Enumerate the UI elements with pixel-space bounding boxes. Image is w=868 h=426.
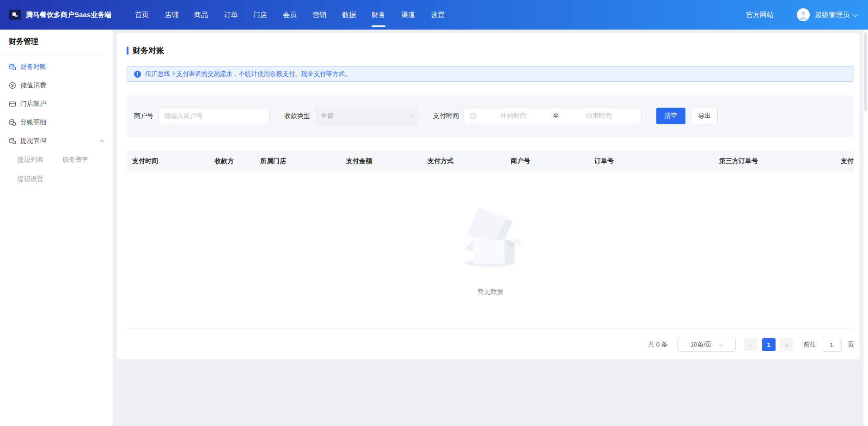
sidebar-item-store-account[interactable]: 门店账户	[0, 95, 113, 113]
goto-page-input[interactable]	[822, 338, 842, 352]
sidebar-subitem-withdraw-list[interactable]: 提现列表	[18, 150, 62, 170]
page-size-select[interactable]: 10条/页	[677, 338, 736, 352]
payment-type-value: 全部	[321, 112, 334, 120]
nav-item-shop[interactable]: 店铺	[165, 9, 178, 21]
yuan-circle-icon	[9, 82, 16, 89]
prev-page-button[interactable]: ‹	[744, 338, 758, 351]
export-button[interactable]: 导出	[691, 108, 718, 124]
sidebar-item-label: 财务对账	[20, 63, 46, 71]
page-number-1[interactable]: 1	[762, 338, 776, 351]
next-page-button[interactable]: ›	[780, 338, 794, 351]
range-separator: 至	[550, 112, 562, 120]
main-content: 财务对账 ! 仅汇总线上支付渠道的交易流水，不统计使用余额支付、现金支付等方式。…	[113, 30, 868, 426]
official-site-link[interactable]: 官方网站	[746, 11, 774, 19]
sidebar-subrow: 提现列表 服务费率	[0, 150, 113, 170]
column-header-pay-time: 支付时间	[132, 157, 214, 165]
nav-item-home[interactable]: 首页	[135, 9, 149, 21]
start-time-placeholder[interactable]: 开始时间	[477, 112, 550, 120]
alert-text: 仅汇总线上支付渠道的交易流水，不统计使用余额支付、现金支付等方式。	[145, 70, 351, 78]
empty-text: 暂无数据	[477, 288, 503, 296]
goto-label: 前往	[804, 341, 816, 349]
nav-item-orders[interactable]: 订单	[224, 9, 238, 21]
sidebar-item-withdraw-management[interactable]: 提现管理	[0, 132, 113, 150]
column-header-pay-method: 支付方式	[428, 157, 511, 165]
total-count: 共 0 条	[648, 341, 667, 349]
page-unit-label: 页	[848, 341, 855, 349]
title-accent-bar	[127, 47, 128, 55]
column-header-thirdparty-order-id: 第三方订单号	[719, 157, 841, 165]
page-title-text: 财务对账	[133, 45, 164, 56]
nav-item-channels[interactable]: 渠道	[401, 9, 415, 21]
info-alert: ! 仅汇总线上支付渠道的交易流水，不统计使用余额支付、现金支付等方式。	[127, 66, 854, 82]
column-header-order-id: 订单号	[594, 157, 719, 165]
nav-item-settings[interactable]: 设置	[431, 9, 445, 21]
brand: 腾马餐饮多商户Saas业务端	[9, 10, 125, 20]
sidebar-subrow: 提现设置	[0, 170, 113, 189]
sidebar: 财务管理 财务对账 储值消费 门店账户	[0, 30, 113, 426]
column-header-store: 所属门店	[260, 157, 346, 165]
column-header-pay-status-truncated: 支付	[841, 157, 854, 165]
clock-icon	[470, 113, 477, 120]
content-card: 财务对账 ! 仅汇总线上支付渠道的交易流水，不统计使用余额支付、现金支付等方式。…	[117, 33, 860, 359]
user-name[interactable]: 超级管理员	[815, 11, 850, 19]
chevron-down-icon	[409, 113, 414, 118]
nav-item-finance[interactable]: 财务	[372, 9, 385, 21]
clear-button[interactable]: 清空	[656, 108, 685, 124]
table-header: 支付时间 收款方 所属门店 支付金额 支付方式 商户号 订单号 第三方订单号 支…	[127, 151, 854, 171]
sidebar-item-label: 储值消费	[20, 81, 46, 90]
page-size-value: 10条/页	[691, 341, 712, 349]
filter-bar: 商户号 收款类型 全部 支付时间 开始时间 至 结束时间	[127, 95, 854, 137]
nav-item-data[interactable]: 数据	[342, 9, 356, 21]
sidebar-divider	[0, 55, 104, 55]
merchant-id-input[interactable]	[158, 108, 269, 124]
brand-title: 腾马餐饮多商户Saas业务端	[26, 10, 114, 19]
sidebar-title: 财务管理	[9, 37, 113, 47]
sidebar-item-label: 分账明细	[20, 118, 46, 127]
payment-time-range-picker[interactable]: 开始时间 至 结束时间	[464, 108, 642, 124]
person-icon	[797, 8, 810, 21]
vertical-scrollbar[interactable]	[863, 30, 868, 426]
sidebar-item-finance-reconciliation[interactable]: 财务对账	[0, 58, 113, 76]
payment-time-label: 支付时间	[433, 112, 459, 120]
coins-icon	[9, 119, 16, 126]
info-icon: !	[134, 71, 141, 78]
nav-item-goods[interactable]: 商品	[194, 9, 208, 21]
pagination: 共 0 条 10条/页 ‹ 1 › 前往 页	[127, 338, 854, 352]
coins-icon	[9, 137, 16, 145]
sidebar-item-stored-value[interactable]: 储值消费	[0, 76, 113, 95]
top-navbar: 腾马餐饮多商户Saas业务端 首页 店铺 商品 订单 门店 会员 营销 数据 财…	[0, 0, 868, 30]
nav-item-members[interactable]: 会员	[283, 9, 297, 21]
end-time-placeholder[interactable]: 结束时间	[562, 112, 636, 120]
page-title: 财务对账	[127, 45, 854, 56]
coins-icon	[9, 63, 16, 71]
table-empty-state: 暂无数据	[127, 171, 854, 329]
top-menu: 首页 店铺 商品 订单 门店 会员 营销 数据 财务 渠道 设置	[135, 9, 445, 21]
column-header-amount: 支付金额	[346, 157, 428, 165]
sidebar-subitem-withdraw-settings[interactable]: 提现设置	[18, 170, 62, 189]
empty-box-illustration	[454, 200, 527, 269]
chevron-up-icon[interactable]	[100, 140, 104, 144]
payment-type-select[interactable]: 全部	[315, 108, 418, 124]
sidebar-item-label: 提现管理	[20, 137, 46, 145]
logo-icon	[9, 10, 21, 20]
nav-item-stores[interactable]: 门店	[253, 9, 267, 21]
sidebar-item-split-detail[interactable]: 分账明细	[0, 113, 113, 132]
column-header-payee: 收款方	[214, 157, 260, 165]
sidebar-item-label: 门店账户	[20, 100, 46, 108]
merchant-id-label: 商户号	[134, 112, 153, 120]
scrollbar-thumb[interactable]	[864, 32, 867, 111]
column-header-merchant-id: 商户号	[511, 157, 594, 165]
sidebar-subitem-service-rate[interactable]: 服务费率	[62, 150, 107, 170]
nav-item-marketing[interactable]: 营销	[312, 9, 326, 21]
user-avatar[interactable]	[797, 8, 810, 21]
card-icon	[9, 100, 16, 108]
navbar-right: 官方网站 超级管理员	[746, 8, 857, 21]
payment-type-label: 收款类型	[284, 112, 310, 120]
chevron-down-icon[interactable]	[852, 12, 857, 17]
chevron-down-icon	[719, 342, 723, 347]
